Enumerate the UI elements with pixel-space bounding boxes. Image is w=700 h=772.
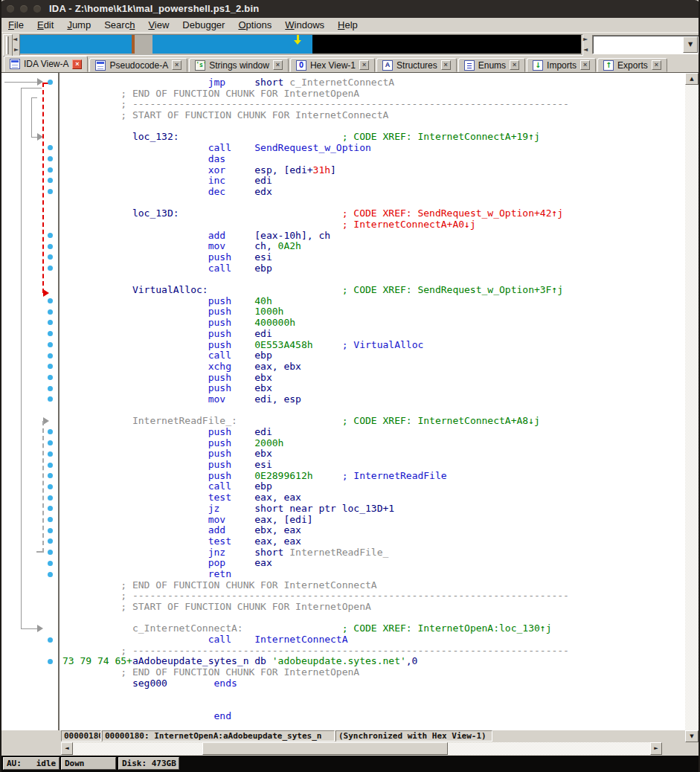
code-line-52[interactable]: call InternetConnectA xyxy=(62,634,569,646)
code-line-12[interactable] xyxy=(62,198,569,209)
tab-structures[interactable]: Structures× xyxy=(376,58,457,72)
code-line-56[interactable]: seg000 ends xyxy=(62,678,569,689)
title-bar[interactable]: IDA - Z:\home\k1k\mal_powershell.ps1_2.b… xyxy=(0,0,700,18)
tab-strings-window[interactable]: Strings window× xyxy=(189,58,289,72)
instruction-dot[interactable] xyxy=(48,342,53,347)
code-line-53[interactable]: ; --------------------------------------… xyxy=(62,646,569,657)
close-icon[interactable]: × xyxy=(652,60,661,70)
code-line-33[interactable]: push edi xyxy=(62,427,569,438)
code-line-7[interactable]: call SendRequest_w_Option xyxy=(62,143,569,154)
code-line-14[interactable]: ; InternetConnectA+A0↓j xyxy=(62,219,569,231)
code-line-39[interactable]: test eax, eax xyxy=(62,492,569,504)
instruction-dot[interactable] xyxy=(48,659,53,664)
navigation-band[interactable] xyxy=(19,34,583,56)
code-line-30[interactable]: mov edi, esp xyxy=(62,394,569,405)
code-line-54[interactable]: 73 79 74 65+aAdobeupdate_sytes_n db 'ado… xyxy=(62,656,569,667)
code-line-29[interactable]: push ebx xyxy=(62,383,569,394)
instruction-dot[interactable] xyxy=(48,254,53,260)
code-line-59[interactable]: end xyxy=(62,711,569,722)
instruction-dot[interactable] xyxy=(48,364,53,369)
code-line-2[interactable]: ; END OF FUNCTION CHUNK FOR InternetOpen… xyxy=(62,89,569,100)
instruction-dot[interactable] xyxy=(48,266,53,271)
code-line-43[interactable]: test eax, eax xyxy=(62,536,569,547)
code-line-41[interactable]: mov eax, [edi] xyxy=(62,515,569,526)
code-line-11[interactable]: dec edx xyxy=(62,187,569,198)
disassembly-view[interactable]: jmp short c_InternetConnectA ; END OF FU… xyxy=(1,73,699,730)
tab-imports[interactable]: Imports× xyxy=(527,58,596,72)
instruction-dot[interactable] xyxy=(48,178,53,183)
instruction-dot[interactable] xyxy=(48,538,53,544)
instruction-dot[interactable] xyxy=(48,80,53,85)
instruction-dot[interactable] xyxy=(48,506,53,511)
code-line-49[interactable]: ; START OF FUNCTION CHUNK FOR InternetOp… xyxy=(62,602,569,613)
instruction-dot[interactable] xyxy=(48,320,53,325)
instruction-dot[interactable] xyxy=(48,298,53,303)
code-line-17[interactable]: push esi xyxy=(62,252,569,263)
horizontal-scrollbar-thumb[interactable] xyxy=(202,742,448,755)
code-line-21[interactable]: push 40h xyxy=(62,296,569,307)
navband-segment-code2[interactable] xyxy=(152,35,312,54)
code-line-16[interactable]: mov ch, 0A2h xyxy=(62,241,569,252)
instruction-dot[interactable] xyxy=(48,451,53,457)
menu-jump[interactable]: Jump xyxy=(60,18,97,30)
window-button-maximize[interactable] xyxy=(33,5,41,13)
menu-search[interactable]: Search xyxy=(97,18,141,30)
code-line-4[interactable]: ; START OF FUNCTION CHUNK FOR InternetCo… xyxy=(62,110,569,121)
code-line-24[interactable]: push edi xyxy=(62,329,569,340)
tab-pseudocode-a[interactable]: Pseudocode-A× xyxy=(89,58,187,72)
code-line-10[interactable]: inc edi xyxy=(62,176,569,187)
code-line-48[interactable]: ; --------------------------------------… xyxy=(62,591,569,602)
menu-debugger[interactable]: Debugger xyxy=(176,18,231,30)
instruction-dot[interactable] xyxy=(48,463,53,468)
code-line-20[interactable]: VirtualAlloc: ; CODE XREF: SendRequest_w… xyxy=(62,285,569,296)
code-line-37[interactable]: push 0E2899612h ; InternetReadFile xyxy=(62,471,569,482)
code-line-34[interactable]: push 2000h xyxy=(62,438,569,449)
tab-exports[interactable]: Exports× xyxy=(597,58,667,72)
code-line-9[interactable]: xor esp, [edi+31h] xyxy=(62,165,569,176)
instruction-dot[interactable] xyxy=(48,396,53,402)
code-line-26[interactable]: call ebp xyxy=(62,350,569,361)
horizontal-scrollbar[interactable]: ◄ ► xyxy=(61,742,662,755)
code-line-38[interactable]: call ebp xyxy=(62,481,569,492)
code-line-40[interactable]: jz short near ptr loc_13D+1 xyxy=(62,504,569,515)
code-line-15[interactable]: add [eax-10h], ch xyxy=(62,231,569,242)
menu-view[interactable]: View xyxy=(141,18,176,30)
instruction-dot[interactable] xyxy=(48,309,53,315)
code-line-46[interactable]: retn xyxy=(62,569,569,580)
menu-options[interactable]: Options xyxy=(231,18,278,30)
instruction-dot[interactable] xyxy=(48,331,53,336)
toolbar-grip[interactable] xyxy=(3,34,13,57)
instruction-dot[interactable] xyxy=(48,375,53,380)
code-line-13[interactable]: loc_13D: ; CODE XREF: SendRequest_w_Opti… xyxy=(62,208,569,219)
instruction-dot[interactable] xyxy=(48,561,53,566)
tab-hex-view-1[interactable]: Hex View-1× xyxy=(290,58,375,72)
close-icon[interactable]: × xyxy=(359,60,369,70)
vertical-scrollbar[interactable]: ▲ ▼ xyxy=(685,73,699,742)
code-line-19[interactable] xyxy=(62,274,569,285)
code-line-36[interactable]: push esi xyxy=(62,460,569,471)
code-line-47[interactable]: ; END OF FUNCTION CHUNK FOR InternetConn… xyxy=(62,580,569,591)
close-icon[interactable]: × xyxy=(580,60,590,70)
code-line-18[interactable]: call ebp xyxy=(62,263,569,274)
combobox-dropdown-icon[interactable]: ▼ xyxy=(683,36,698,53)
code-line-5[interactable] xyxy=(62,121,569,132)
tab-ida-view-a[interactable]: IDA View-A× xyxy=(4,56,88,72)
code-line-42[interactable]: add ebx, eax xyxy=(62,525,569,536)
code-line-51[interactable]: c_InternetConnectA: ; CODE XREF: Interne… xyxy=(62,623,569,634)
window-button-minimize[interactable] xyxy=(20,5,28,13)
instruction-dot[interactable] xyxy=(48,244,53,249)
band-scroll-right-icon[interactable]: ► xyxy=(14,46,19,53)
code-line-1[interactable]: jmp short c_InternetConnectA xyxy=(62,77,569,89)
code-line-45[interactable]: pop eax xyxy=(62,558,569,569)
code-line-57[interactable] xyxy=(62,689,569,701)
code-line-50[interactable] xyxy=(62,613,569,624)
instruction-dot[interactable] xyxy=(48,440,53,445)
instruction-dot[interactable] xyxy=(48,145,53,150)
band-splitter-left-icon[interactable]: ◄ xyxy=(583,46,588,53)
close-icon[interactable]: × xyxy=(172,60,182,70)
window-button-close[interactable] xyxy=(7,5,14,13)
menu-help[interactable]: Help xyxy=(331,18,365,30)
band-splitter-right-icon[interactable]: ► xyxy=(583,36,588,42)
close-icon[interactable]: × xyxy=(72,59,82,69)
navband-segment-unexplored[interactable] xyxy=(135,35,152,54)
